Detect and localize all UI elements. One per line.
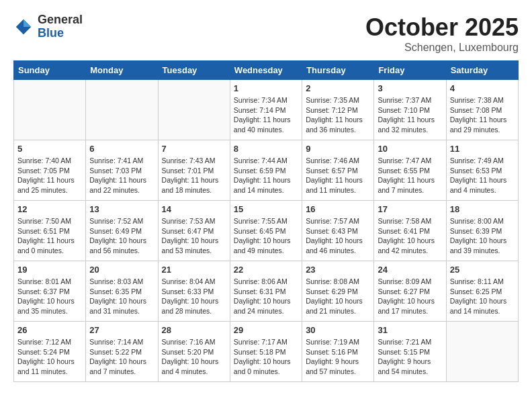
day-info: Sunrise: 8:09 AM Sunset: 6:27 PM Dayligh… <box>378 277 442 316</box>
calendar-cell: 1Sunrise: 7:34 AM Sunset: 7:14 PM Daylig… <box>230 80 302 140</box>
calendar-cell: 12Sunrise: 7:50 AM Sunset: 6:51 PM Dayli… <box>14 201 86 261</box>
calendar-cell: 26Sunrise: 7:12 AM Sunset: 5:24 PM Dayli… <box>14 322 86 382</box>
calendar-cell <box>14 80 86 140</box>
day-info: Sunrise: 7:35 AM Sunset: 7:12 PM Dayligh… <box>306 95 370 135</box>
day-number: 5 <box>17 144 82 154</box>
page-header: General Blue October 2025 Schengen, Luxe… <box>13 13 519 54</box>
day-number: 4 <box>450 83 515 93</box>
day-number: 29 <box>234 325 298 335</box>
day-number: 21 <box>162 265 226 275</box>
day-info: Sunrise: 7:21 AM Sunset: 5:15 PM Dayligh… <box>378 337 442 377</box>
calendar-cell: 17Sunrise: 7:58 AM Sunset: 6:41 PM Dayli… <box>374 201 446 261</box>
calendar-cell: 2Sunrise: 7:35 AM Sunset: 7:12 PM Daylig… <box>302 80 374 140</box>
calendar-cell: 24Sunrise: 8:09 AM Sunset: 6:27 PM Dayli… <box>374 261 446 322</box>
day-number: 30 <box>306 325 370 335</box>
day-info: Sunrise: 8:03 AM Sunset: 6:35 PM Dayligh… <box>89 277 154 316</box>
calendar-cell: 5Sunrise: 7:40 AM Sunset: 7:05 PM Daylig… <box>14 140 86 201</box>
day-info: Sunrise: 7:37 AM Sunset: 7:10 PM Dayligh… <box>378 95 442 135</box>
calendar-cell <box>86 80 158 140</box>
day-info: Sunrise: 7:17 AM Sunset: 5:18 PM Dayligh… <box>234 337 298 377</box>
day-number: 14 <box>162 204 226 214</box>
logo-text: General Blue <box>38 13 83 40</box>
calendar-cell: 7Sunrise: 7:43 AM Sunset: 7:01 PM Daylig… <box>158 140 230 201</box>
day-info: Sunrise: 7:34 AM Sunset: 7:14 PM Dayligh… <box>234 95 298 135</box>
day-info: Sunrise: 7:43 AM Sunset: 7:01 PM Dayligh… <box>162 156 226 195</box>
day-number: 8 <box>234 144 298 154</box>
calendar-cell: 10Sunrise: 7:47 AM Sunset: 6:55 PM Dayli… <box>374 140 446 201</box>
day-number: 26 <box>17 325 82 335</box>
day-info: Sunrise: 8:00 AM Sunset: 6:39 PM Dayligh… <box>450 216 515 256</box>
week-row-1: 5Sunrise: 7:40 AM Sunset: 7:05 PM Daylig… <box>14 140 519 201</box>
day-number: 22 <box>234 265 298 275</box>
calendar-cell: 14Sunrise: 7:53 AM Sunset: 6:47 PM Dayli… <box>158 201 230 261</box>
day-info: Sunrise: 7:53 AM Sunset: 6:47 PM Dayligh… <box>162 216 226 256</box>
day-header-friday: Friday <box>374 61 446 80</box>
day-number: 6 <box>89 144 154 154</box>
month-title: October 2025 <box>365 13 519 42</box>
svg-marker-1 <box>24 19 31 27</box>
day-info: Sunrise: 7:46 AM Sunset: 6:57 PM Dayligh… <box>306 156 370 195</box>
day-number: 10 <box>378 144 442 154</box>
day-header-sunday: Sunday <box>14 61 86 80</box>
day-info: Sunrise: 7:55 AM Sunset: 6:45 PM Dayligh… <box>234 216 298 256</box>
day-header-saturday: Saturday <box>446 61 518 80</box>
day-info: Sunrise: 7:19 AM Sunset: 5:16 PM Dayligh… <box>306 337 370 377</box>
day-number: 13 <box>89 204 154 214</box>
day-info: Sunrise: 7:50 AM Sunset: 6:51 PM Dayligh… <box>17 216 82 256</box>
calendar-cell: 11Sunrise: 7:49 AM Sunset: 6:53 PM Dayli… <box>446 140 518 201</box>
day-number: 16 <box>306 204 370 214</box>
day-number: 15 <box>234 204 298 214</box>
week-row-2: 12Sunrise: 7:50 AM Sunset: 6:51 PM Dayli… <box>14 201 519 261</box>
calendar-cell: 25Sunrise: 8:11 AM Sunset: 6:25 PM Dayli… <box>446 261 518 322</box>
day-info: Sunrise: 7:12 AM Sunset: 5:24 PM Dayligh… <box>17 337 82 377</box>
calendar-cell: 3Sunrise: 7:37 AM Sunset: 7:10 PM Daylig… <box>374 80 446 140</box>
calendar-cell: 28Sunrise: 7:16 AM Sunset: 5:20 PM Dayli… <box>158 322 230 382</box>
day-number: 19 <box>17 265 82 275</box>
calendar-cell: 9Sunrise: 7:46 AM Sunset: 6:57 PM Daylig… <box>302 140 374 201</box>
day-number: 17 <box>378 204 442 214</box>
day-number: 18 <box>450 204 515 214</box>
calendar-cell: 30Sunrise: 7:19 AM Sunset: 5:16 PM Dayli… <box>302 322 374 382</box>
calendar-cell: 27Sunrise: 7:14 AM Sunset: 5:22 PM Dayli… <box>86 322 158 382</box>
day-number: 11 <box>450 144 515 154</box>
calendar-cell: 19Sunrise: 8:01 AM Sunset: 6:37 PM Dayli… <box>14 261 86 322</box>
title-block: October 2025 Schengen, Luxembourg <box>365 13 519 54</box>
calendar-cell: 4Sunrise: 7:38 AM Sunset: 7:08 PM Daylig… <box>446 80 518 140</box>
calendar-cell: 21Sunrise: 8:04 AM Sunset: 6:33 PM Dayli… <box>158 261 230 322</box>
week-row-4: 26Sunrise: 7:12 AM Sunset: 5:24 PM Dayli… <box>14 322 519 382</box>
day-info: Sunrise: 7:14 AM Sunset: 5:22 PM Dayligh… <box>89 337 154 377</box>
day-info: Sunrise: 8:06 AM Sunset: 6:31 PM Dayligh… <box>234 277 298 316</box>
week-row-0: 1Sunrise: 7:34 AM Sunset: 7:14 PM Daylig… <box>14 80 519 140</box>
day-info: Sunrise: 7:40 AM Sunset: 7:05 PM Dayligh… <box>17 156 82 195</box>
day-number: 3 <box>378 83 442 93</box>
day-info: Sunrise: 7:41 AM Sunset: 7:03 PM Dayligh… <box>89 156 154 195</box>
day-info: Sunrise: 7:44 AM Sunset: 6:59 PM Dayligh… <box>234 156 298 195</box>
day-info: Sunrise: 8:01 AM Sunset: 6:37 PM Dayligh… <box>17 277 82 316</box>
logo: General Blue <box>13 13 83 40</box>
calendar-cell: 20Sunrise: 8:03 AM Sunset: 6:35 PM Dayli… <box>86 261 158 322</box>
day-info: Sunrise: 7:57 AM Sunset: 6:43 PM Dayligh… <box>306 216 370 256</box>
day-number: 9 <box>306 144 370 154</box>
day-number: 31 <box>378 325 442 335</box>
calendar-cell: 8Sunrise: 7:44 AM Sunset: 6:59 PM Daylig… <box>230 140 302 201</box>
day-info: Sunrise: 7:47 AM Sunset: 6:55 PM Dayligh… <box>378 156 442 195</box>
day-info: Sunrise: 7:52 AM Sunset: 6:49 PM Dayligh… <box>89 216 154 256</box>
day-header-thursday: Thursday <box>302 61 374 80</box>
day-info: Sunrise: 7:16 AM Sunset: 5:20 PM Dayligh… <box>162 337 226 377</box>
week-row-3: 19Sunrise: 8:01 AM Sunset: 6:37 PM Dayli… <box>14 261 519 322</box>
day-number: 24 <box>378 265 442 275</box>
day-header-monday: Monday <box>86 61 158 80</box>
calendar-cell <box>446 322 518 382</box>
day-info: Sunrise: 8:11 AM Sunset: 6:25 PM Dayligh… <box>450 277 515 316</box>
day-number: 20 <box>89 265 154 275</box>
day-number: 23 <box>306 265 370 275</box>
day-header-tuesday: Tuesday <box>158 61 230 80</box>
day-info: Sunrise: 7:49 AM Sunset: 6:53 PM Dayligh… <box>450 156 515 195</box>
calendar-cell <box>158 80 230 140</box>
calendar-cell: 23Sunrise: 8:08 AM Sunset: 6:29 PM Dayli… <box>302 261 374 322</box>
location: Schengen, Luxembourg <box>365 42 519 54</box>
day-header-wednesday: Wednesday <box>230 61 302 80</box>
logo-blue-text: Blue <box>38 27 83 40</box>
day-info: Sunrise: 7:58 AM Sunset: 6:41 PM Dayligh… <box>378 216 442 256</box>
day-number: 28 <box>162 325 226 335</box>
